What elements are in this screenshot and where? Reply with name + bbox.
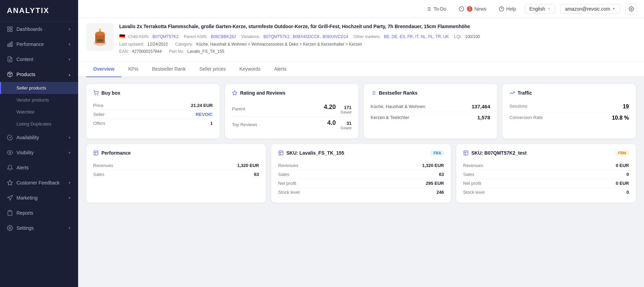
bestseller-ranks-card: Bestseller Ranks Küche, Haushalt & Wohne… (364, 84, 497, 139)
buy-box-price-row: Price 21.24 EUR (93, 101, 213, 110)
list-icon (371, 90, 376, 96)
sidebar-item-dashboards[interactable]: Dashboards ▼ (0, 22, 78, 37)
product-meta: 🇩🇪 Child ASIN: B07QMT57K2 Parent ASIN: B… (119, 32, 636, 56)
sidebar-item-availability[interactable]: Availability ▼ (0, 130, 78, 145)
cards-row-2: Performance Revenues 1,320 EUR Sales 63 (86, 144, 636, 203)
grid-icon (7, 26, 13, 32)
news-badge: 2 (467, 6, 472, 12)
tab-seller-prices[interactable]: Seller prices (193, 61, 233, 77)
rank-row-2: Kerzen & Teelichter 1,578 (371, 112, 490, 123)
news-icon (459, 6, 464, 12)
star-rating-icon (232, 90, 237, 96)
tab-alerts[interactable]: Alerts (267, 61, 293, 77)
rank-row-1: Küche, Haushalt & Wohnen 137,464 (371, 101, 490, 112)
sku-fba-card: SKU: Lavalis_FS_TK_155 FBA Revenues 1,32… (271, 144, 451, 203)
part-no-label: Part No: (169, 49, 184, 54)
product-thumbnail (90, 27, 110, 47)
sidebar-item-alerts[interactable]: Alerts (0, 160, 78, 175)
svg-rect-4 (8, 44, 9, 47)
chevron-down-icon: ▼ (68, 27, 71, 31)
tab-keywords[interactable]: Keywords (233, 61, 267, 77)
fbm-netprofit-row: Net profit 0 EUR (463, 179, 629, 188)
traffic-conversion-row: Conversion-Rate 10.8 % (509, 112, 629, 123)
part-no-value: Lavalis_FS_TK_155 (187, 49, 224, 54)
svg-point-34 (98, 95, 98, 95)
sidebar-item-label: Products (16, 72, 35, 77)
rating-parent-row: Parent 4.20 171 Count (232, 101, 351, 117)
svg-point-32 (97, 39, 103, 42)
help-icon (499, 6, 504, 12)
last-updated-label: Last updated: (119, 42, 144, 47)
parent-asin-link[interactable]: B08CBBK28J (211, 34, 236, 39)
chevron-up-icon: ▲ (68, 73, 71, 76)
fbm-revenues-row: Revenues 0 EUR (463, 161, 629, 170)
svg-point-11 (9, 152, 11, 154)
account-selector[interactable]: amazon@revoic.com ▼ (560, 4, 620, 14)
fba-sales-row: Sales 63 (278, 170, 444, 179)
svg-point-14 (9, 227, 11, 229)
fba-netprofit-row: Net profit 295 EUR (278, 179, 444, 188)
sidebar-subitem-watchlist[interactable]: Watchlist (0, 106, 78, 118)
sidebar-item-marketing[interactable]: Marketing ▼ (0, 190, 78, 205)
fba-revenues-row: Revenues 1,320 EUR (278, 161, 444, 170)
product-title: Lavalis 2x Terrakotta Flammschale, große… (119, 23, 636, 30)
svg-point-33 (95, 95, 95, 95)
sidebar-subitem-listing-duplicates[interactable]: Listing Duplicates (0, 118, 78, 130)
topbar: To-Do 2 News Help English ▼ amazon@revoi… (78, 0, 644, 18)
svg-rect-5 (10, 43, 11, 47)
package-icon (7, 71, 13, 77)
logo-text: ANALYTIX (7, 6, 49, 15)
svg-rect-6 (11, 42, 12, 47)
todo-button[interactable]: To-Do (422, 4, 449, 14)
category-label: Category: (175, 42, 193, 47)
settings-cog-icon (629, 6, 634, 12)
help-button[interactable]: Help (495, 4, 520, 14)
sidebar-item-label: Content (16, 57, 33, 62)
sidebar-item-label: Availability (16, 135, 39, 140)
svg-rect-43 (279, 151, 283, 155)
sidebar-item-customer-feedback[interactable]: Customer Feedback ▼ (0, 175, 78, 190)
main-area: To-Do 2 News Help English ▼ amazon@revoi… (78, 0, 644, 287)
sku-fbm-icon (463, 150, 469, 156)
svg-rect-3 (11, 30, 12, 32)
tab-kpis[interactable]: KPIs (121, 61, 145, 77)
buy-box-seller-row: Seller REVOIC (93, 110, 213, 119)
sidebar-item-reports[interactable]: Reports (0, 205, 78, 220)
sidebar-item-visibility[interactable]: Visibility ▼ (0, 145, 78, 160)
sidebar-item-content[interactable]: Content ▼ (0, 52, 78, 67)
news-button[interactable]: 2 News (455, 4, 490, 14)
sidebar-item-performance[interactable]: Performance ▼ (0, 37, 78, 52)
fbm-badge: FBM (615, 150, 629, 156)
sidebar: ANALYTIX Dashboards ▼ Performance ▼ Cont… (0, 0, 78, 287)
svg-marker-12 (8, 180, 13, 185)
child-asin-link[interactable]: B07QMT57K2 (152, 34, 178, 39)
traffic-header: Traffic (509, 90, 629, 96)
perf-revenues-row: Revenues 1,320 EUR (93, 161, 259, 170)
check-circle-icon (7, 134, 13, 141)
product-image (86, 23, 114, 51)
sidebar-item-settings[interactable]: Settings ▼ (0, 220, 78, 236)
settings-button[interactable] (626, 3, 637, 15)
svg-rect-2 (8, 30, 9, 32)
rating-reviews-header: Rating and Reviews (232, 90, 351, 96)
other-markets-link[interactable]: BE, DE, ES, FR, IT, NL, PL, TR, UK (384, 34, 449, 39)
sidebar-subitem-seller-products[interactable]: Seller products (0, 82, 78, 94)
file-text-icon (7, 56, 13, 62)
sidebar-item-products[interactable]: Products ▲ (0, 67, 78, 82)
svg-rect-42 (94, 151, 98, 155)
language-selector[interactable]: English ▼ (525, 4, 555, 14)
sku-fbm-card: SKU: B07QMT57K2_test FBM Revenues 0 EUR … (456, 144, 636, 203)
sidebar-item-label: Visibility (16, 150, 34, 155)
performance-card: Performance Revenues 1,320 EUR Sales 63 (86, 144, 266, 203)
variations-link[interactable]: B07QMT57K2 , B08X4SDCC8 , B08X4VCD14 (263, 34, 348, 39)
svg-marker-35 (232, 91, 237, 95)
sidebar-subitem-vendor-products[interactable]: Vendor products (0, 94, 78, 106)
tab-bestseller-rank[interactable]: Bestseller Rank (145, 61, 193, 77)
ean-label: EAN: (119, 49, 129, 54)
product-flag: 🇩🇪 (119, 34, 125, 39)
tab-overview[interactable]: Overview (86, 61, 121, 77)
buy-box-header: Buy box (93, 90, 213, 96)
eye-icon (7, 150, 13, 156)
fba-stocklevel-row: Stock level 246 (278, 188, 444, 196)
buy-box-card: Buy box Price 21.24 EUR Seller REVOIC Of… (86, 84, 220, 139)
